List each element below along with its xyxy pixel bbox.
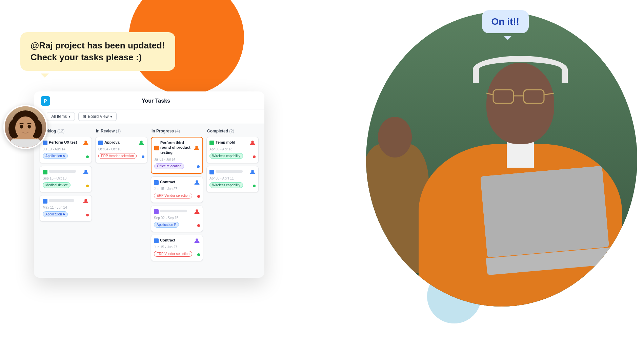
status-dot (197, 253, 200, 256)
progress-count: (4) (175, 129, 180, 133)
task-card: Contract Jun 15 - Jun 27 ERP Vendor sele… (151, 235, 203, 261)
task-icon (43, 170, 47, 174)
avatar-icon (138, 140, 144, 146)
task-card: Sep 02 - Sep 15 Application P (151, 206, 203, 232)
avatar-icon (249, 140, 256, 146)
blurred-title (49, 199, 74, 202)
board-icon: ⊞ (83, 114, 86, 119)
task-tag: ERP Vendor selection (154, 193, 192, 198)
woman-avatar-svg (5, 105, 46, 148)
task-tag: Application A (43, 153, 68, 159)
task-board: P Your Tasks ≡ All Items ▾ ⊞ Board View … (34, 91, 264, 278)
view-label: Board View (88, 114, 108, 119)
svg-point-4 (15, 117, 36, 140)
task-title: Approval (104, 140, 138, 145)
task-icon (209, 170, 214, 174)
task-card-highlighted: Perform third round of product testing J… (151, 137, 203, 174)
task-date: Jul 13 - Aug 14 (43, 147, 89, 151)
task-date: Apr 05 - April 11 (209, 176, 256, 180)
task-icon (43, 199, 47, 204)
svg-line-12 (544, 93, 554, 95)
svg-point-19 (196, 209, 198, 212)
svg-point-22 (251, 170, 254, 173)
task-icon (209, 141, 214, 145)
board-header: P Your Tasks (34, 91, 264, 109)
avatar-icon (83, 198, 89, 204)
task-icon (98, 141, 103, 145)
svg-point-5 (20, 125, 23, 128)
task-icon (154, 238, 159, 243)
board-view-button[interactable]: ⊞ Board View ▾ (78, 112, 117, 121)
svg-rect-7 (11, 139, 40, 148)
blurred-title (49, 170, 76, 173)
task-card: May 11 - Jun 14 Application A (40, 195, 92, 222)
svg-point-21 (251, 141, 254, 143)
status-dot (253, 155, 256, 158)
task-tag: Wireless capability (209, 153, 243, 159)
laptop-screen (480, 166, 609, 257)
status-dot (86, 155, 89, 158)
status-dot (253, 185, 256, 187)
task-tag: Office relocation (154, 163, 184, 169)
app-logo: P (41, 96, 50, 106)
reply-text: On it!! (491, 16, 519, 27)
main-person (386, 59, 637, 307)
avatar-icon (194, 238, 200, 244)
board-toolbar: ≡ All Items ▾ ⊞ Board View ▾ (34, 109, 264, 124)
svg-point-18 (196, 180, 198, 183)
task-card: Contract Jun 15 - Jun 27 ERP Vendor sele… (151, 176, 203, 203)
status-dot (86, 185, 89, 187)
avatar-icon (194, 145, 200, 151)
board-title: Your Tasks (54, 98, 258, 104)
column-in-progress-header: In Progress (4) (151, 129, 203, 133)
svg-point-17 (195, 146, 198, 149)
svg-rect-9 (524, 90, 544, 103)
avatar-icon (83, 169, 89, 175)
task-icon (154, 146, 159, 150)
task-tag: Wireless capability (209, 182, 243, 188)
glasses-svg (486, 83, 554, 110)
task-icon (154, 209, 159, 214)
status-dot (142, 155, 144, 158)
task-card: Perform UX test Jul 13 - Aug 14 Applicat… (40, 137, 92, 163)
svg-point-20 (196, 239, 198, 241)
notification-text: @Raj project has been updated! Check you… (31, 40, 165, 62)
speech-bubble-notification: @Raj project has been updated! Check you… (20, 32, 175, 71)
column-completed-header: Completed (2) (206, 129, 259, 133)
avatar-woman (3, 105, 47, 149)
task-title: Contract (160, 180, 194, 184)
column-in-review: In Review (1) Approval Oct 04 - Oct 16 E… (94, 129, 149, 273)
svg-point-16 (140, 141, 143, 143)
task-date: Jul 01 - Jul 14 (154, 157, 200, 161)
all-items-button[interactable]: All Items ▾ (47, 112, 75, 121)
completed-count: (2) (229, 129, 234, 133)
task-date: Sep 02 - Sep 15 (154, 216, 200, 220)
column-completed: Completed (2) Temp mold Apr 08 - Apr 13 … (205, 129, 260, 273)
task-icon (154, 180, 159, 185)
task-date: May 11 - Jun 14 (43, 206, 89, 209)
task-card: Approval Oct 04 - Oct 16 ERP Vendor sele… (95, 137, 147, 163)
task-title: Contract (160, 238, 194, 243)
blurred-title (160, 210, 187, 212)
status-dot (197, 195, 200, 198)
task-title: Perform UX test (49, 140, 83, 145)
chevron-down-icon-view: ▾ (110, 114, 112, 119)
task-date: Oct 04 - Oct 16 (98, 147, 144, 151)
task-date: Jun 15 - Jun 27 (154, 245, 200, 249)
task-tag: ERP Vendor selection (154, 251, 192, 257)
headphones (473, 56, 568, 83)
status-dot (86, 214, 89, 216)
chevron-down-icon: ▾ (68, 114, 71, 119)
review-count: (1) (116, 129, 121, 133)
logo-letter: P (44, 98, 47, 104)
status-dot (197, 165, 200, 168)
speech-bubble-reply: On it!! (482, 10, 529, 33)
task-card: Temp mold Apr 08 - Apr 13 Wireless capab… (206, 137, 259, 163)
task-icon (43, 141, 47, 145)
svg-point-15 (84, 199, 87, 202)
svg-point-14 (84, 170, 87, 173)
filter-label: All Items (51, 114, 67, 119)
svg-line-11 (486, 93, 493, 95)
column-backlog: Backlog (12) Perform UX test Jul 13 - Au… (38, 129, 94, 273)
task-date: Jun 15 - Jun 27 (154, 187, 200, 191)
